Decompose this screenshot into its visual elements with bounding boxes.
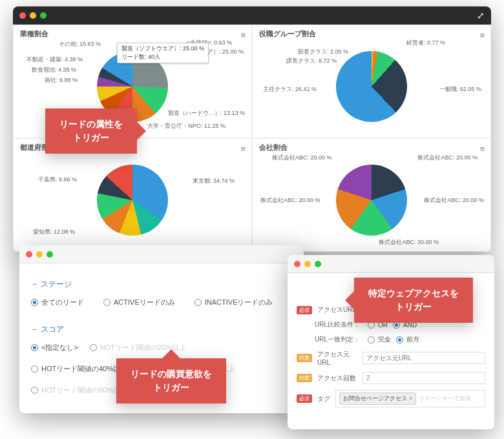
titlebar: [288, 255, 494, 273]
traffic-lights: [19, 12, 47, 19]
tooltip-line: 製造（ソフトウエア）: 25.00 %: [121, 45, 204, 53]
radio-prefix[interactable]: 前方: [396, 335, 419, 344]
slice-label: 株式会社ABC: 20.00 %: [417, 154, 478, 162]
panel-title: 業種割合: [20, 29, 245, 39]
radio-score-40[interactable]: HOTリード閾値の40%以上: [31, 364, 127, 374]
stage-options: 全てのリード ACTIVEリードのみ INACTIVEリードのみ: [31, 298, 292, 307]
radio-icon: [31, 387, 38, 394]
pie-chart-prefecture[interactable]: [97, 165, 168, 236]
panel-title: 会社割合: [259, 143, 484, 152]
panel-title: 役職グループ割合: [259, 29, 484, 39]
pie-chart-company[interactable]: [336, 165, 407, 236]
section-title-score: － スコア: [31, 324, 292, 335]
tag-remove-icon[interactable]: ×: [409, 395, 412, 402]
slice-label: 飲食宿泊: 4.38 %: [32, 66, 76, 74]
row-count: 任意 アクセス回数: [297, 372, 485, 384]
traffic-lights: [26, 251, 53, 258]
slice-label: 主任クラス: 26.41 %: [263, 85, 317, 94]
badge-optional: 任意: [297, 374, 312, 382]
callout-intent-trigger: リードの購買意欲を トリガー: [116, 358, 226, 403]
close-icon[interactable]: [19, 12, 26, 19]
slice-label: 株式会社ABC: 20.00 %: [424, 196, 484, 205]
slice-label: その他: 15.63 %: [59, 40, 101, 48]
tag-chip[interactable]: お問合せページアクセス×: [339, 393, 416, 405]
tag-placeholder: リターンキーで追加: [419, 394, 471, 403]
titlebar: ⤢: [13, 6, 491, 25]
callout-web-trigger: 特定ウェブアクセスを トリガー: [354, 278, 473, 323]
slice-label: 東京都: 34.74 %: [193, 177, 235, 185]
slice-label: 千葉県: 8.66 %: [38, 176, 77, 184]
slice-label: 課長クラス: 8.72 %: [286, 57, 337, 65]
row-referrer: 任意 アクセス元URL: [297, 350, 485, 366]
score-options: <指定なし> HOTリード閾値の20%以上: [31, 343, 292, 352]
tooltip-line: リード数: 40人: [121, 53, 204, 61]
radio-icon: [31, 365, 38, 373]
minimize-icon[interactable]: [30, 12, 36, 19]
minimize-icon[interactable]: [304, 261, 311, 267]
close-icon[interactable]: [294, 261, 300, 267]
row-tag: 必須 タグ お問合せページアクセス× リターンキーで追加: [297, 390, 485, 407]
expand-icon[interactable]: ⤢: [477, 10, 485, 21]
slice-label: 一般職: 62.05 %: [439, 85, 481, 94]
slice-label: 経営者: 0.77 %: [406, 39, 445, 47]
zoom-icon[interactable]: [40, 12, 47, 19]
radio-score-none[interactable]: <指定なし>: [31, 343, 78, 352]
badge-required: 必須: [297, 394, 312, 403]
zoom-icon[interactable]: [315, 261, 321, 267]
panel-prefecture: 都道府県割合 ≡ 東京都: 34.74 % 千葉県: 8.66 % 愛知県: 1…: [13, 138, 252, 252]
radio-exact[interactable]: 完全: [368, 335, 391, 344]
slice-label: 商社: 6.88 %: [45, 76, 78, 85]
minimize-icon[interactable]: [36, 251, 43, 258]
field-label: アクセス元URL: [317, 350, 357, 366]
radio-icon: [31, 299, 38, 306]
radio-icon: [31, 344, 38, 351]
referrer-input[interactable]: [362, 352, 485, 364]
slice-label: 大学・官公庁・NPO: 11.25 %: [147, 122, 226, 130]
badge-required: 必須: [297, 306, 312, 314]
slice-label: 部長クラス: 2.05 %: [298, 48, 348, 56]
badge-optional: 任意: [297, 354, 312, 362]
radio-icon: [103, 299, 110, 306]
zoom-icon[interactable]: [47, 251, 53, 258]
radio-active-only[interactable]: ACTIVEリードのみ: [103, 298, 175, 307]
radio-icon: [396, 336, 403, 343]
callout-attribute-trigger: リードの属性を トリガー: [45, 108, 137, 154]
radio-inactive-only[interactable]: INACTIVEリードのみ: [194, 298, 273, 307]
radio-icon: [90, 344, 97, 351]
row-match: URL一致判定： 完全 前方: [297, 335, 485, 344]
slice-label: 株式会社ABC: 20.00 %: [260, 196, 320, 205]
panel-company: 会社割合 ≡ 株式会社ABC: 20.00 % 株式会社ABC: 20.00 %…: [252, 138, 491, 252]
pie-chart-role[interactable]: [336, 51, 407, 122]
radio-all-leads[interactable]: 全てのリード: [31, 298, 84, 307]
slice-label: 不動産・建築: 4.38 %: [26, 56, 83, 64]
close-icon[interactable]: [26, 251, 32, 258]
radio-icon: [194, 299, 202, 306]
tag-input-wrap[interactable]: お問合せページアクセス× リターンキーで追加: [335, 390, 485, 407]
slice-label: 愛知県: 12.08 %: [33, 228, 75, 236]
radio-score-60[interactable]: HOTリード閾値の60%以上: [31, 385, 127, 395]
field-label: URL一致判定：: [315, 335, 362, 344]
slice-label: 株式会社ABC: 20.00 %: [272, 154, 332, 162]
count-input[interactable]: [362, 372, 485, 384]
section-title-stage: － ステージ: [31, 279, 292, 290]
chart-tooltip: 製造（ソフトウエア）: 25.00 % リード数: 40人: [117, 43, 209, 63]
slice-label: 株式会社ABC: 20.00 %: [379, 238, 439, 247]
field-label: アクセス回数: [317, 374, 357, 383]
traffic-lights: [294, 261, 321, 267]
field-label: タグ: [317, 394, 330, 403]
panel-role: 役職グループ割合 ≡ 経営者: 0.77 % 部長クラス: 2.05 % 課長ク…: [252, 25, 491, 138]
slice-label: 製造（ハードウ…）: 13.13 %: [168, 109, 245, 117]
radio-icon: [368, 336, 375, 343]
titlebar: [19, 245, 304, 263]
